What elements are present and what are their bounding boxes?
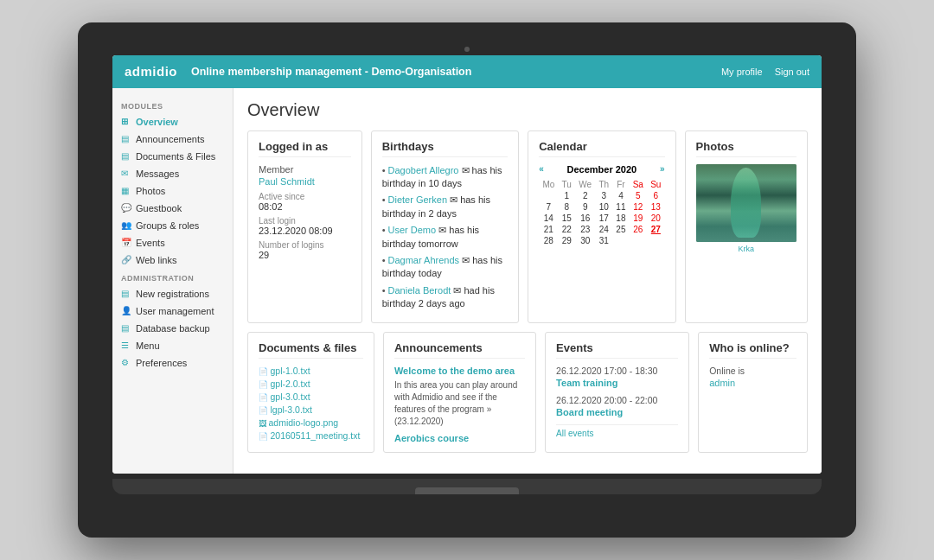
cal-week-2: 7 8 9 10 11 12 13	[539, 201, 664, 213]
sidebar-item-newreg[interactable]: ▤ New registrations	[112, 285, 233, 302]
last-login-value: 23.12.2020 08:09	[259, 226, 351, 236]
sidebar-item-overview[interactable]: ⊞ Overview	[112, 113, 233, 130]
cal-month-year: December 2020	[567, 164, 637, 175]
cal-week-5: 28 29 30 31	[539, 235, 664, 246]
home-icon: ⊞	[121, 117, 131, 126]
event-date-2: 26.12.2020 20:00 - 22:00	[556, 395, 678, 405]
app-title: Online membership management - Demo-Orga…	[191, 66, 721, 78]
message-icon: ✉	[121, 169, 131, 178]
last-login-label: Last login	[259, 216, 351, 226]
num-logins-value: 29	[259, 250, 351, 260]
card-announcements: Announcements Welcome to the demo area I…	[383, 332, 536, 453]
topnav: admidio Online membership management - D…	[112, 55, 822, 88]
sidebar: MODULES ⊞ Overview ▤ Announcements ▤ Doc…	[112, 88, 234, 474]
online-user[interactable]: admin	[709, 378, 796, 388]
cal-week-3: 14 15 16 17 18 19 20	[539, 213, 664, 224]
sidebar-item-label: Guestbook	[136, 203, 182, 213]
card-title-photos: Photos	[696, 140, 796, 157]
doc-item-1[interactable]: gpl-1.0.txt	[259, 366, 363, 376]
card-calendar: Calendar « December 2020 » Mo Tu	[528, 130, 675, 324]
doc-item-6[interactable]: 20160511_meeting.txt	[259, 430, 363, 441]
cal-next[interactable]: »	[660, 164, 665, 174]
preferences-icon: ⚙	[121, 358, 131, 367]
event-name-1[interactable]: Team training	[556, 378, 678, 388]
row-1: Logged in as Member Paul Schmidt Active …	[247, 130, 808, 324]
usermgmt-icon: 👤	[121, 306, 131, 315]
sidebar-item-groups[interactable]: 👥 Groups & roles	[112, 217, 233, 234]
row-2: Documents & files gpl-1.0.txt gpl-2.0.tx…	[247, 332, 808, 453]
birthday-link-5[interactable]: Daniela Berodt	[388, 285, 451, 296]
sidebar-item-label: New registrations	[136, 289, 209, 299]
photos-icon: ▦	[121, 186, 131, 195]
doc-item-3[interactable]: gpl-3.0.txt	[259, 391, 363, 402]
birthday-link-2[interactable]: Dieter Gerken	[388, 194, 447, 205]
sidebar-item-guestbook[interactable]: 💬 Guestbook	[112, 200, 233, 217]
menu-icon: ☰	[121, 340, 131, 350]
announcement-title[interactable]: Welcome to the demo area	[394, 366, 525, 376]
login-role: Member	[259, 164, 351, 175]
sidebar-item-photos[interactable]: ▦ Photos	[112, 182, 233, 200]
birthday-item-3: •User Demo ✉ has his birthday tomorrow	[382, 224, 508, 251]
card-title-online: Who is online?	[709, 341, 796, 359]
card-title-events: Events	[556, 341, 678, 359]
cal-th-we: We	[575, 179, 595, 190]
admin-section-label: ADMINISTRATION	[112, 269, 233, 285]
sidebar-item-announcements[interactable]: ▤ Announcements	[112, 130, 233, 148]
announcement-text: In this area you can play around with Ad…	[394, 379, 525, 428]
groups-icon: 👥	[121, 220, 131, 230]
my-profile-link[interactable]: My profile	[721, 67, 763, 77]
birthday-item-4: •Dagmar Ahrends ✉ has his birthday today	[382, 254, 508, 281]
cal-th-su: Su	[647, 179, 665, 190]
birthday-link-4[interactable]: Dagmar Ahrends	[388, 255, 460, 265]
calendar-header: « December 2020 »	[539, 164, 664, 175]
card-birthdays: Birthdays •Dagobert Allegro ✉ has his bi…	[371, 130, 519, 324]
sidebar-item-preferences[interactable]: ⚙ Preferences	[112, 354, 233, 372]
announcements-icon: ▤	[121, 134, 131, 143]
cal-th-th: Th	[595, 179, 612, 190]
sidebar-item-label: Events	[136, 238, 165, 248]
card-title-loggedin: Logged in as	[259, 140, 351, 157]
announcement-link[interactable]: Aerobics course	[394, 433, 525, 443]
birthday-link-3[interactable]: User Demo	[388, 225, 437, 235]
sidebar-item-events[interactable]: 📅 Events	[112, 234, 233, 251]
laptop-notch	[415, 487, 519, 494]
sidebar-item-weblinks[interactable]: 🔗 Web links	[112, 251, 233, 269]
card-title-announcements: Announcements	[394, 341, 525, 359]
event-name-2[interactable]: Board meeting	[556, 407, 678, 417]
sidebar-item-label: Documents & Files	[136, 151, 215, 162]
active-since-label: Active since	[259, 192, 351, 201]
cal-th-sa: Sa	[630, 179, 648, 190]
guestbook-icon: 💬	[121, 203, 131, 213]
sidebar-item-documents[interactable]: ▤ Documents & Files	[112, 148, 233, 165]
newreg-icon: ▤	[121, 289, 131, 298]
dbbackup-icon: ▤	[121, 323, 131, 333]
sidebar-item-dbbackup[interactable]: ▤ Database backup	[112, 320, 233, 337]
sidebar-item-usermgmt[interactable]: 👤 User management	[112, 302, 233, 320]
login-name[interactable]: Paul Schmidt	[259, 176, 351, 187]
sidebar-item-label: Preferences	[136, 358, 187, 368]
sidebar-item-label: Groups & roles	[136, 220, 199, 231]
doc-item-4[interactable]: lgpl-3.0.txt	[259, 404, 363, 415]
cal-prev[interactable]: «	[539, 164, 544, 174]
modules-section-label: MODULES	[112, 97, 233, 113]
sign-out-link[interactable]: Sign out	[775, 67, 809, 77]
card-title-calendar: Calendar	[539, 140, 664, 157]
doc-item-5[interactable]: admidio-logo.png	[259, 417, 363, 428]
sidebar-item-label: Database backup	[136, 323, 210, 334]
logo: admidio	[125, 64, 177, 79]
card-events: Events 26.12.2020 17:00 - 18:30 Team tra…	[545, 332, 689, 453]
sidebar-item-messages[interactable]: ✉ Messages	[112, 165, 233, 182]
events-more-link[interactable]: All events	[556, 424, 678, 438]
birthday-link-1[interactable]: Dagobert Allegro	[388, 165, 459, 175]
active-since-value: 08:02	[259, 201, 351, 212]
calendar-grid: Mo Tu We Th Fr Sa Su	[539, 179, 664, 246]
waterfall-image	[696, 164, 796, 242]
sidebar-item-menu[interactable]: ☰ Menu	[112, 337, 233, 354]
photo-caption: Krka	[696, 245, 796, 253]
sidebar-item-label: Messages	[136, 169, 179, 179]
card-online: Who is online? Online is admin	[698, 332, 808, 453]
card-documents: Documents & files gpl-1.0.txt gpl-2.0.tx…	[247, 332, 374, 453]
photo-image[interactable]	[696, 164, 796, 242]
birthday-item-5: •Daniela Berodt ✉ had his birthday 2 day…	[382, 284, 508, 311]
doc-item-2[interactable]: gpl-2.0.txt	[259, 379, 363, 389]
